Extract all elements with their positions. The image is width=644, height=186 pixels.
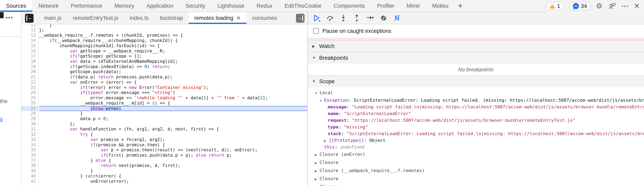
line-number-39[interactable]: 39 — [21, 168, 38, 174]
line-number-29[interactable]: 29 — [21, 116, 38, 122]
chevron-right-icon[interactable]: ▶ — [315, 151, 320, 158]
line-number-28[interactable]: 28 — [21, 111, 38, 116]
code-line[interactable]: } — [39, 24, 307, 28]
scope-row-this[interactable]: this: undefined — [308, 144, 644, 150]
code-line[interactable]: if(promise && promise.then) { — [39, 142, 307, 148]
code-line[interactable]: if(first) promises.push(data.p = p); els… — [39, 153, 307, 158]
scope-row-closure-onerror[interactable]: ▶Closure (onError) — [308, 150, 644, 158]
tab-mimir[interactable]: Mimir — [400, 0, 426, 12]
file-tab-remoteentrytest-js[interactable]: remoteEntryTest.js — [67, 12, 124, 24]
code-line-paused[interactable]: throw error; — [39, 106, 307, 111]
line-number-18[interactable]: 18 — [21, 59, 38, 64]
breakpoints-section-header[interactable]: ▼ Breakpoints — [308, 52, 644, 64]
chevron-right-icon[interactable]: ▶ — [315, 183, 320, 186]
code-line[interactable]: } — [39, 168, 307, 174]
code-line[interactable]: if(data.p) return promises.push(data.p); — [39, 75, 307, 80]
line-number-14[interactable]: 14 — [21, 38, 38, 43]
step-into-button[interactable] — [339, 14, 348, 22]
file-tab-index-ts[interactable]: index.ts — [124, 12, 154, 24]
settings-gear-icon[interactable]: ⚙ — [596, 0, 602, 12]
scope-row-request[interactable]: request: "https://localhost:5007/accom-w… — [308, 117, 644, 124]
file-tab-main-js[interactable]: main.js — [38, 12, 67, 24]
line-number-19[interactable]: 19 — [21, 64, 38, 70]
scope-row-exception[interactable]: ▼Exception: ScriptExternalLoadError: Loa… — [308, 97, 644, 103]
line-number-37[interactable]: 37 — [21, 158, 38, 163]
tab-components[interactable]: Components — [328, 0, 371, 12]
code-line[interactable]: var data = idToExternalAndNameMapping[id… — [39, 59, 307, 64]
line-number-25[interactable]: 25 — [21, 95, 38, 101]
line-number-21[interactable]: 21 — [21, 75, 38, 80]
step-out-button[interactable] — [352, 14, 361, 22]
code-line[interactable]: if(__webpack_require__.o(chunkMapping, c… — [39, 38, 307, 43]
code-line[interactable]: __webpack_require__.f.remotes = (chunkId… — [39, 33, 307, 38]
line-number-40[interactable]: 40 — [21, 174, 38, 179]
step-over-button[interactable] — [326, 14, 334, 22]
tab-sources[interactable]: Sources — [0, 0, 32, 12]
issues-badge[interactable]: 34 — [569, 2, 591, 10]
line-number-12[interactable]: 12 — [21, 28, 38, 33]
code-line[interactable]: if(!error) error = new Error("Container … — [39, 85, 307, 90]
line-number-34[interactable]: 34 — [21, 142, 38, 148]
watch-section-header[interactable]: ▶ Watch — [308, 40, 644, 52]
file-tab-consumes[interactable]: consumes — [246, 12, 283, 24]
code-line[interactable]: return next(promise, d, first); — [39, 163, 307, 168]
line-number-17[interactable]: 17 — [21, 54, 38, 59]
line-number-27[interactable]: 27 — [21, 106, 38, 111]
scope-row-closure[interactable]: ▶Closure — [308, 175, 644, 183]
code-line[interactable]: data.p = 0; — [39, 116, 307, 122]
code-line[interactable]: if(!getScope) getScope = []; — [39, 54, 307, 59]
code-line[interactable]: if(getScope.indexOf(data) >= 0) return; — [39, 64, 307, 70]
tab-memory[interactable]: Memory — [108, 0, 140, 12]
tab-security[interactable]: Security — [179, 0, 212, 12]
line-number-22[interactable]: 22 — [21, 80, 38, 85]
code-line[interactable]: chunkMapping[chunkId].forEach((id) => { — [39, 43, 307, 49]
scope-row-message[interactable]: message: "Loading script failed.\n(missi… — [308, 103, 644, 110]
scope-section-header[interactable]: ▼ Scope — [308, 75, 644, 87]
deactivate-breakpoints-button[interactable] — [379, 14, 388, 22]
chevron-right-icon[interactable]: ▶ — [315, 159, 320, 167]
file-tab-remotes-loading[interactable]: remotes loading✕ — [189, 12, 246, 24]
code-line[interactable]: onError(error); — [39, 179, 307, 184]
scope-row-stack[interactable]: stack: "ScriptExternalLoadError: Loading… — [308, 130, 644, 137]
more-tools-button[interactable]: + — [454, 0, 466, 12]
more-editor-tabs-button[interactable]: ••• — [6, 15, 13, 21]
scope-row-closure[interactable]: ▶Closure — [308, 158, 644, 167]
chevron-down-icon[interactable]: ▼ — [315, 89, 320, 97]
code-line[interactable]: if(typeof error.message === "string") — [39, 90, 307, 95]
line-number-36[interactable]: 36 — [21, 153, 38, 158]
tab-performance[interactable]: Performance — [65, 0, 108, 12]
code-area[interactable]: }};__webpack_require__.f.remotes = (chun… — [39, 24, 307, 186]
code-line[interactable]: var promise = fn(arg1, arg2); — [39, 137, 307, 142]
code-line[interactable]: try { — [39, 132, 307, 137]
line-number-13[interactable]: 13 — [21, 33, 38, 38]
chevron-right-icon[interactable]: ▶ — [324, 138, 329, 144]
code-line[interactable]: } catch(error) { — [39, 174, 307, 179]
line-number-23[interactable]: 23 — [21, 85, 38, 90]
close-tab-icon[interactable]: ✕ — [236, 15, 241, 21]
scope-row-closure[interactable]: ▶Closure — [308, 183, 644, 186]
code-line[interactable]: var getScope = __webpack_require__.R; — [39, 49, 307, 54]
tab-application[interactable]: Application — [140, 0, 179, 12]
scope-row-closure-webpack-require-f-remotes[interactable]: ▶Closure (__webpack_require__.f.remotes) — [308, 167, 644, 175]
hide-navigator-icon[interactable] — [25, 14, 34, 23]
line-number-16[interactable]: 16 — [21, 49, 38, 54]
code-line[interactable]: getScope.push(data); — [39, 69, 307, 75]
file-tab-bootstrap[interactable]: bootstrap — [154, 12, 189, 24]
pause-on-caught-checkbox[interactable] — [313, 28, 319, 34]
step-button[interactable] — [366, 14, 374, 22]
code-line[interactable]: } else { — [39, 158, 307, 163]
line-number-gutter[interactable]: 1112131415161718192021222324252627282930… — [21, 24, 38, 186]
clipped-tree-link[interactable]: s — [0, 116, 3, 122]
chevron-right-icon[interactable]: ▶ — [315, 167, 320, 175]
source-code-editor[interactable]: 1112131415161718192021222324252627282930… — [21, 24, 307, 186]
tab-editthiscookie[interactable]: EditThisCookie — [278, 0, 328, 12]
line-number-11[interactable]: 11 — [21, 24, 38, 28]
code-line[interactable]: }; — [39, 122, 307, 127]
code-line[interactable]: error.message += '\nwhile loading "' + d… — [39, 95, 307, 101]
tab-mokku[interactable]: Mokku — [426, 0, 454, 12]
resume-script-button[interactable] — [312, 14, 321, 22]
line-number-24[interactable]: 24 — [21, 90, 38, 95]
code-line[interactable]: }; — [39, 28, 307, 33]
feedback-person-icon[interactable] — [608, 2, 616, 10]
line-number-30[interactable]: 30 — [21, 122, 38, 127]
